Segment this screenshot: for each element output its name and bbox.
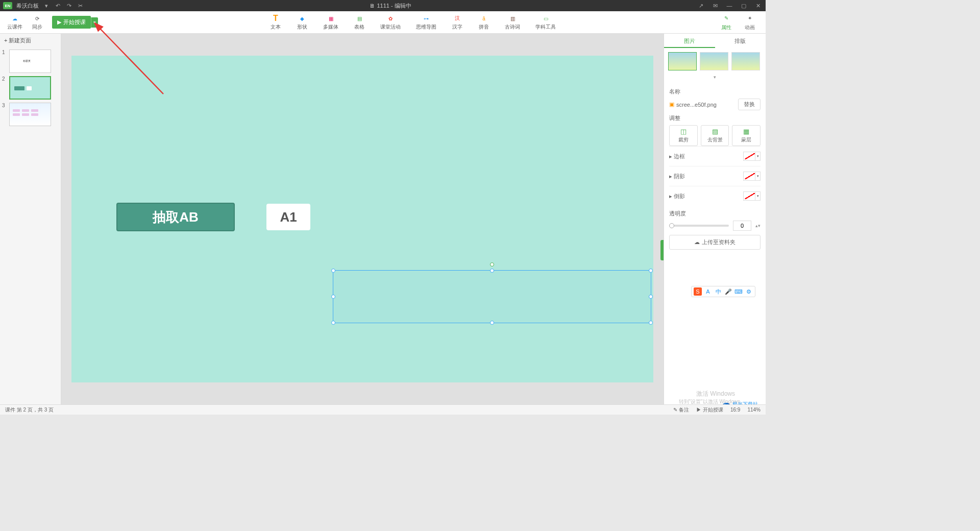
ime-logo-icon[interactable]: S — [694, 287, 702, 296]
page-info: 课件 第 2 页，共 3 页 — [5, 406, 54, 414]
ime-toolbar[interactable]: S A 中 🎤 ⌨ ⚙ — [691, 286, 755, 297]
image-style-3[interactable] — [731, 52, 760, 70]
border-property[interactable]: ▸ 边框 ▾ — [669, 146, 761, 166]
adjust-label: 调整 — [669, 114, 761, 122]
dropdown-icon[interactable]: ▾ — [43, 2, 50, 9]
subject-tool[interactable]: ▭学科工具 — [535, 14, 556, 31]
table-tool[interactable]: ▤表格 — [354, 14, 365, 31]
image-style-1[interactable] — [668, 52, 697, 70]
resize-handle[interactable] — [490, 321, 494, 325]
start-class-dropdown[interactable]: ▾ — [91, 17, 98, 28]
brush-icon: ✎ — [721, 14, 732, 23]
ime-letter[interactable]: A — [704, 287, 712, 296]
subtab-image[interactable]: 图片 — [664, 34, 715, 48]
shadow-value[interactable]: ▾ — [743, 172, 761, 181]
start-class-status[interactable]: ▶ 开始授课 — [696, 406, 723, 414]
filename-display: ▣ scree...e50f.png — [669, 101, 735, 108]
opacity-slider[interactable] — [669, 225, 729, 227]
text-tool[interactable]: T文本 — [270, 14, 281, 31]
ime-mic-icon[interactable]: 🎤 — [724, 287, 732, 296]
reflection-value[interactable]: ▾ — [743, 191, 761, 201]
maximize-icon[interactable]: ▢ — [740, 2, 747, 9]
subtab-layout[interactable]: 排版 — [715, 34, 766, 48]
removebg-button[interactable]: ▨去背景 — [701, 125, 729, 146]
share-icon[interactable]: ↗ — [697, 2, 704, 9]
resize-handle[interactable] — [649, 321, 653, 325]
more-styles[interactable]: ▾ — [664, 75, 766, 80]
activity-tool[interactable]: ✿课堂活动 — [380, 14, 401, 31]
mindmap-icon: ⊶ — [421, 14, 432, 23]
shape-icon: ◆ — [297, 14, 308, 23]
ime-keyboard-icon[interactable]: ⌨ — [734, 287, 743, 296]
thumb-number: 1 — [2, 50, 7, 73]
draw-ab-button[interactable]: 抽取AB — [116, 203, 235, 231]
app-logo: EN — [3, 2, 12, 9]
reflection-property[interactable]: ▸ 倒影 ▾ — [669, 186, 761, 206]
selection-box[interactable] — [333, 270, 651, 323]
canvas-area[interactable]: 抽取AB A1 — [61, 34, 664, 404]
slide-thumb-3[interactable] — [9, 103, 51, 126]
sync-button[interactable]: ⟳ 同步 — [32, 14, 43, 31]
doc-title: 🗎 1111 - 编辑中 — [370, 3, 411, 9]
sparkle-icon: ✦ — [744, 14, 755, 23]
minimize-icon[interactable]: — — [726, 2, 733, 9]
shape-tool[interactable]: ◆形状 — [297, 14, 308, 31]
replace-button[interactable]: 替换 — [738, 99, 761, 110]
zoom-level[interactable]: 114% — [747, 407, 761, 413]
close-icon[interactable]: ✕ — [754, 2, 762, 9]
ime-settings-icon[interactable]: ⚙ — [745, 287, 753, 296]
titlebar: EN 希沃白板 ▾ ↶ ↷ ✂ 🗎 1111 - 编辑中 ↗ ✉ — ▢ ✕ — [0, 0, 766, 11]
resize-handle[interactable] — [331, 269, 335, 273]
app-name: 希沃白板 — [16, 2, 39, 10]
cut-icon[interactable]: ✂ — [77, 2, 84, 9]
rotate-handle[interactable] — [490, 262, 494, 267]
crop-icon: ◫ — [670, 128, 697, 135]
resize-handle[interactable] — [490, 269, 494, 273]
poem-icon: ▥ — [507, 14, 518, 23]
slide-thumb-1[interactable]: 标题页 — [9, 50, 51, 73]
slide[interactable]: 抽取AB A1 — [71, 56, 653, 382]
redo-icon[interactable]: ↷ — [65, 2, 72, 9]
ime-lang[interactable]: 中 — [714, 287, 722, 296]
animation-tab[interactable]: ✦动画 — [744, 14, 755, 31]
resize-handle[interactable] — [649, 295, 653, 299]
slide-thumb-2[interactable] — [9, 76, 51, 100]
upload-button[interactable]: ☁ 上传至资料夹 — [669, 235, 761, 250]
play-icon: ▶ — [57, 19, 61, 26]
hanzi-tool[interactable]: 汉汉字 — [452, 14, 463, 31]
image-icon: ▣ — [669, 101, 674, 108]
properties-panel: 图片 排版 ▾ 名称 ▣ scree...e50f.png 替换 调整 ◫裁剪 … — [664, 34, 766, 404]
text-icon: T — [270, 14, 281, 23]
border-value[interactable]: ▾ — [743, 152, 761, 161]
poem-tool[interactable]: ▥古诗词 — [505, 14, 520, 31]
image-style-2[interactable] — [700, 52, 728, 70]
resize-handle[interactable] — [649, 269, 653, 273]
opacity-input[interactable] — [733, 221, 751, 231]
media-tool[interactable]: ▦多媒体 — [323, 14, 338, 31]
a1-label[interactable]: A1 — [266, 204, 310, 230]
name-label: 名称 — [669, 88, 761, 95]
cloud-courseware-button[interactable]: ☁ 云课件 — [7, 14, 22, 31]
mindmap-tool[interactable]: ⊶思维导图 — [416, 14, 436, 31]
shadow-property[interactable]: ▸ 阴影 ▾ — [669, 166, 761, 186]
mask-button[interactable]: ▦蒙层 — [732, 125, 761, 146]
panel-toggle-handle[interactable] — [660, 240, 664, 260]
hanzi-icon: 汉 — [452, 14, 463, 23]
toolbar: ☁ 云课件 ⟳ 同步 ▶ 开始授课 ▾ T文本 ◆形状 ▦多媒体 ▤表格 ✿课堂… — [0, 11, 766, 34]
pinyin-tool[interactable]: ā拼音 — [478, 14, 489, 31]
properties-tab[interactable]: ✎属性 — [721, 14, 732, 31]
notes-button[interactable]: ✎ 备注 — [673, 406, 689, 414]
aspect-ratio[interactable]: 16:9 — [730, 407, 740, 413]
media-icon: ▦ — [325, 14, 336, 23]
thumb-number: 2 — [2, 76, 7, 100]
undo-icon[interactable]: ↶ — [54, 2, 61, 9]
new-page-button[interactable]: + 新建页面 — [0, 34, 61, 47]
activity-icon: ✿ — [385, 14, 396, 23]
resize-handle[interactable] — [331, 295, 335, 299]
start-class-button[interactable]: ▶ 开始授课 — [52, 16, 91, 29]
crop-button[interactable]: ◫裁剪 — [669, 125, 698, 146]
resize-handle[interactable] — [331, 321, 335, 325]
mask-icon: ▦ — [732, 128, 760, 135]
mail-icon[interactable]: ✉ — [712, 2, 719, 9]
opacity-label: 透明度 — [669, 210, 761, 218]
